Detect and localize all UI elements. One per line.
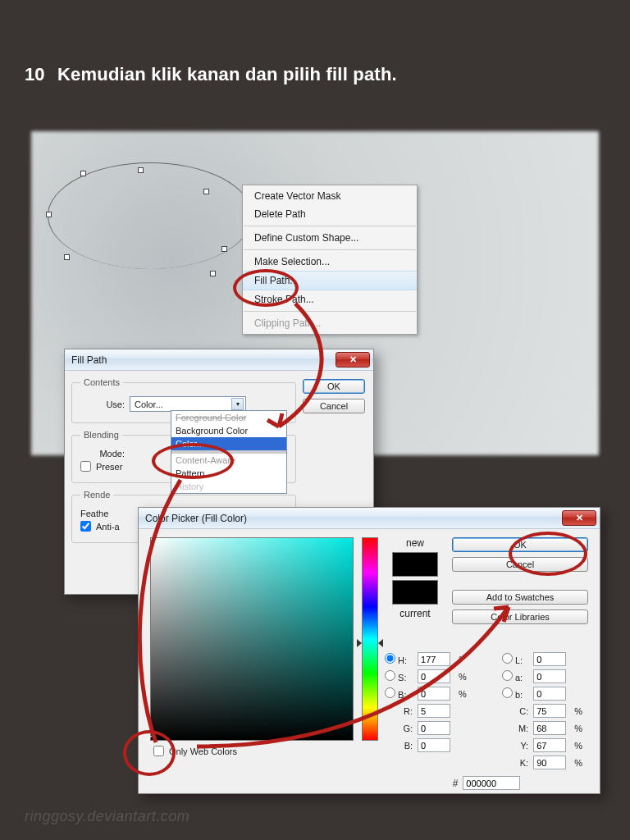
rendering-legend: Rende [80, 490, 113, 500]
blending-legend: Blending [80, 430, 122, 440]
use-opt-color[interactable]: Color... [171, 437, 286, 450]
b-input[interactable] [418, 738, 450, 752]
antialias-checkbox[interactable] [80, 521, 91, 532]
instruction-text: Kemudian klik kanan dan pilih fill path. [57, 64, 397, 85]
ctx-make-selection[interactable]: Make Selection... [243, 253, 417, 271]
l-input[interactable] [533, 652, 566, 666]
m-unit: % [574, 724, 588, 733]
fill-path-titlebar[interactable]: Fill Path ✕ [65, 349, 373, 371]
use-opt-history[interactable]: History [171, 480, 286, 493]
c-unit: % [574, 706, 588, 716]
fillpath-cancel-button[interactable]: Cancel [303, 399, 365, 413]
ctx-delete-path[interactable]: Delete Path [243, 205, 417, 223]
b-label: B: [385, 741, 413, 751]
h-radio[interactable]: H: [385, 653, 413, 665]
ctx-stroke-path[interactable]: Stroke Path... [243, 290, 417, 308]
use-opt-foreground[interactable]: Foreground Color [171, 411, 286, 424]
only-web-row[interactable]: Only Web Colors [153, 746, 354, 756]
preserve-checkbox[interactable] [80, 461, 91, 472]
l-radio[interactable]: L: [502, 653, 528, 665]
color-libraries-button[interactable]: Color Libraries [452, 609, 588, 624]
ctx-separator [244, 311, 416, 312]
color-values-grid: H: ° L: S: % a: B: % b: R: C: % G: [385, 652, 588, 769]
color-picker-titlebar[interactable]: Color Picker (Fill Color) ✕ [139, 508, 600, 529]
y-label: Y: [502, 741, 528, 751]
color-picker-title: Color Picker (Fill Color) [145, 513, 247, 524]
antialias-label: Anti-a [96, 522, 120, 532]
ctx-create-vector-mask[interactable]: Create Vector Mask [243, 187, 417, 205]
step-number: 10 [25, 64, 44, 85]
ctx-define-custom-shape[interactable]: Define Custom Shape... [243, 229, 417, 247]
lab-b-radio[interactable]: b: [502, 687, 528, 700]
k-input[interactable] [533, 756, 566, 769]
s-input[interactable] [418, 669, 450, 683]
fillpath-ok-button[interactable]: OK [303, 379, 365, 394]
mode-label: Mode: [80, 449, 125, 459]
color-picker-dialog: Color Picker (Fill Color) ✕ Only Web Col… [138, 507, 600, 794]
use-combo-value: Color... [135, 399, 163, 409]
s-unit: % [459, 672, 472, 682]
h-input[interactable] [418, 652, 450, 666]
k-unit: % [574, 758, 588, 768]
m-input[interactable] [533, 721, 566, 735]
s-radio[interactable]: S: [385, 670, 413, 682]
ctx-separator [244, 249, 416, 250]
cp-ok-button[interactable]: OK [452, 537, 588, 552]
bv-radio[interactable]: B: [385, 687, 413, 700]
use-label: Use: [80, 399, 125, 409]
use-dropdown[interactable]: Foreground Color Background Color Color.… [171, 410, 287, 494]
only-web-label: Only Web Colors [169, 746, 237, 756]
close-icon[interactable]: ✕ [562, 510, 596, 526]
new-label: new [406, 537, 424, 549]
hue-slider[interactable] [362, 537, 378, 741]
g-input[interactable] [418, 721, 450, 735]
c-label: C: [502, 706, 528, 716]
bv-input[interactable] [418, 687, 450, 701]
a-radio[interactable]: a: [502, 670, 528, 682]
y-input[interactable] [533, 738, 566, 752]
r-input[interactable] [418, 704, 450, 718]
cp-cancel-button[interactable]: Cancel [452, 557, 588, 572]
lab-b-input[interactable] [533, 687, 566, 701]
bv-unit: % [459, 689, 472, 699]
use-opt-background[interactable]: Background Color [171, 424, 286, 437]
feather-label: Feathe [80, 509, 108, 518]
preserve-label: Preser [96, 462, 122, 472]
k-label: K: [502, 758, 528, 768]
ctx-fill-path[interactable]: Fill Path... [243, 271, 417, 290]
chevron-down-icon[interactable]: ▾ [231, 398, 244, 410]
m-label: M: [502, 724, 528, 733]
color-cursor-icon [147, 736, 155, 744]
hex-prefix: # [453, 778, 459, 789]
c-input[interactable] [533, 704, 566, 718]
current-label: current [399, 608, 430, 619]
hex-input[interactable] [463, 776, 520, 790]
only-web-checkbox[interactable] [153, 746, 164, 756]
use-opt-pattern[interactable]: Pattern [171, 467, 286, 480]
r-label: R: [385, 706, 413, 716]
current-swatch [392, 580, 438, 605]
close-icon[interactable]: ✕ [336, 352, 370, 368]
use-opt-content-aware[interactable]: Content-Aware [171, 454, 286, 467]
path-context-menu: Create Vector Mask Delete Path Define Cu… [242, 185, 418, 335]
h-unit: ° [459, 655, 472, 664]
y-unit: % [574, 741, 588, 751]
g-label: G: [385, 724, 413, 733]
new-swatch [392, 552, 438, 577]
contents-legend: Contents [80, 377, 123, 387]
add-swatches-button[interactable]: Add to Swatches [452, 590, 588, 605]
ctx-clipping-path: Clipping Path... [243, 314, 417, 332]
color-field[interactable] [150, 537, 354, 741]
fill-path-title: Fill Path [71, 354, 107, 366]
ctx-separator [244, 226, 416, 226]
a-input[interactable] [533, 669, 566, 683]
watermark: ringgosy.deviantart.com [25, 808, 189, 825]
